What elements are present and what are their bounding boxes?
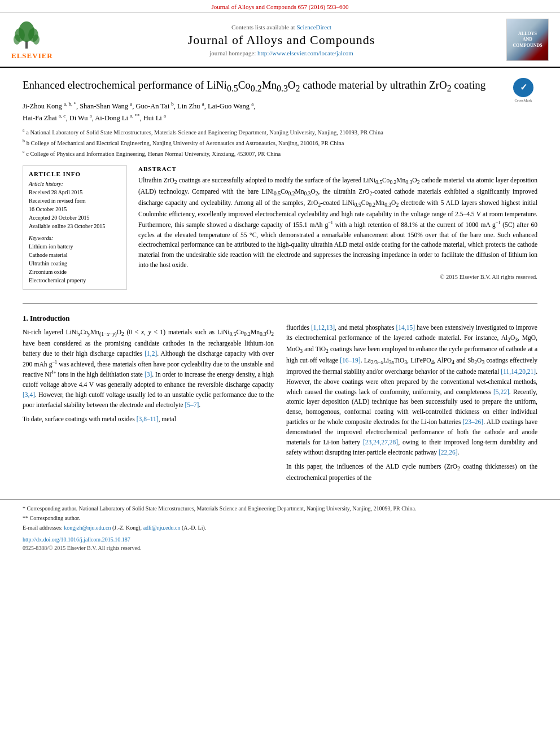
received-date: Received 28 April 2015: [29, 188, 121, 196]
keyword-4: Zirconium oxide: [29, 268, 121, 276]
crossmark-label: CrossMark: [514, 98, 532, 103]
intro-para2: To date, surface coatings with metal oxi…: [23, 414, 274, 425]
footnote-emails: E-mail addresses: kongjzh@nju.edu.cn (J.…: [23, 523, 537, 532]
journal-header: ELSEVIER Contents lists available at Sci…: [0, 13, 560, 68]
right-para2: In this paper, the influences of the ALD…: [286, 462, 537, 483]
article-info-box: ARTICLE INFO Article history: Received 2…: [23, 165, 127, 290]
homepage-url[interactable]: http://www.elsevier.com/locate/jalcom: [257, 50, 353, 56]
affiliation-a: a a National Laboratory of Solid State M…: [23, 127, 537, 137]
contents-available: Contents lists available at ScienceDirec…: [62, 24, 501, 30]
article-info-abstract: ARTICLE INFO Article history: Received 2…: [23, 165, 537, 290]
crossmark: ✓ CrossMark: [509, 78, 537, 103]
abstract-text: Ultrathin ZrO2 coatings are successfully…: [138, 176, 537, 270]
copyright-line: © 2015 Elsevier B.V. All rights reserved…: [138, 274, 537, 280]
footnote-corresponding2: ** Corresponding author.: [23, 514, 537, 522]
available-date: Available online 23 October 2015: [29, 222, 121, 230]
footnote-corresponding1: * Corresponding author. National Laborat…: [23, 504, 537, 513]
keyword-2: Cathode material: [29, 251, 121, 259]
top-bar-text: Journal of Alloys and Compounds 657 (201…: [212, 3, 349, 10]
elsevier-logo: ELSEVIER: [11, 19, 56, 60]
history-label: Article history:: [29, 181, 121, 187]
intro-para1: Ni-rich layered LiNixCoyMn(1−x−y)O2 (0 <…: [23, 327, 274, 410]
email-link-li[interactable]: adli@nju.edu.cn: [143, 525, 181, 531]
svg-rect-0: [25, 41, 28, 49]
journal-header-center: Contents lists available at ScienceDirec…: [62, 24, 501, 56]
left-column: 1. Introduction Ni-rich layered LiNixCoy…: [23, 312, 274, 488]
svg-point-5: [33, 34, 40, 45]
keywords-section: Keywords: Lithium-ion battery Cathode ma…: [29, 235, 121, 285]
article-info-heading: ARTICLE INFO: [29, 171, 121, 177]
keyword-3: Ultrathin coating: [29, 259, 121, 268]
main-text: 1. Introduction Ni-rich layered LiNixCoy…: [0, 312, 560, 488]
affiliation-b: b b College of Mechanical and Electrical…: [23, 138, 537, 148]
article-body: Enhanced electrochemical performance of …: [0, 68, 560, 295]
abstract-heading: ABSTRACT: [138, 165, 537, 172]
crossmark-circle: ✓: [513, 78, 533, 97]
doi-link[interactable]: http://dx.doi.org/10.1016/j.jallcom.2015…: [0, 533, 560, 545]
section-divider: [23, 303, 537, 304]
journal-thumbnail: ALLOYSANDCOMPOUNDS: [506, 19, 549, 61]
sciencedirect-link[interactable]: ScienceDirect: [296, 24, 331, 30]
right-column: fluorides [1,12,13], and metal phosphate…: [286, 312, 537, 488]
journal-title-display: Journal of Alloys and Compounds: [62, 33, 501, 47]
keyword-5: Electrochemical property: [29, 276, 121, 285]
footnotes: * Corresponding author. National Laborat…: [0, 499, 560, 532]
keyword-1: Lithium-ion battery: [29, 242, 121, 251]
journal-homepage: journal homepage: http://www.elsevier.co…: [62, 50, 501, 56]
accepted-date: Accepted 20 October 2015: [29, 213, 121, 222]
introduction-heading: 1. Introduction: [23, 313, 274, 324]
email-link-kong[interactable]: kongjzh@nju.edu.cn: [64, 525, 111, 531]
top-bar: Journal of Alloys and Compounds 657 (201…: [0, 0, 560, 13]
abstract-section: ABSTRACT Ultrathin ZrO2 coatings are suc…: [138, 165, 537, 290]
elsevier-wordmark: ELSEVIER: [11, 51, 53, 60]
elsevier-tree-icon: [11, 19, 42, 50]
affiliations: a a National Laboratory of Solid State M…: [23, 127, 537, 158]
article-title: Enhanced electrochemical performance of …: [23, 78, 537, 94]
affiliation-c: c c College of Physics and Information E…: [23, 148, 537, 159]
svg-point-4: [14, 34, 20, 45]
authors: Ji-Zhou Kong a, b, *, Shan-Shan Wang a, …: [23, 100, 537, 124]
keywords-label: Keywords:: [29, 235, 121, 241]
received-revised-date: Received in revised form16 October 2015: [29, 196, 121, 213]
history-section: Article history: Received 28 April 2015 …: [29, 181, 121, 230]
issn-line: 0925-8388/© 2015 Elsevier B.V. All right…: [0, 545, 560, 556]
right-para1: fluorides [1,12,13], and metal phosphate…: [286, 323, 537, 458]
